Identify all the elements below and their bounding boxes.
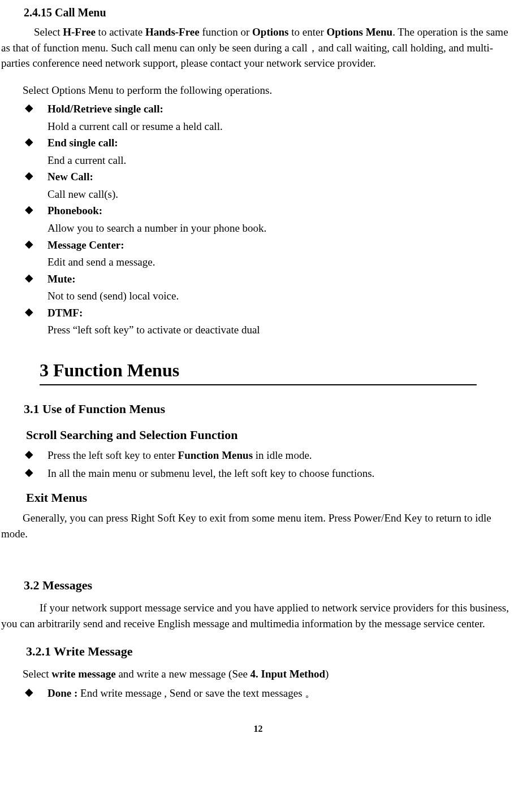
heading-2-4-15: 2.4.15 Call Menu <box>24 5 514 21</box>
diamond-icon: ◆ <box>25 170 33 181</box>
item-term: New Call: <box>47 169 514 185</box>
item-term: DTMF: <box>47 305 514 321</box>
write-message-list: ◆ Done : End write message , Send or sav… <box>23 685 514 701</box>
item-desc: End write message , Send or save the tex… <box>77 687 316 699</box>
list-item: ◆ In all the main menu or submenu level,… <box>23 466 514 481</box>
heading-3-2: 3.2 Messages <box>24 576 514 594</box>
diamond-icon: ◆ <box>25 306 33 317</box>
diamond-icon: ◆ <box>25 204 33 215</box>
heading-3: 3 Function Menus <box>40 357 514 383</box>
text: in idle mode. <box>253 449 312 461</box>
diamond-icon: ◆ <box>25 687 33 697</box>
item-term: End single call: <box>47 135 514 151</box>
item-term: Message Center: <box>47 237 514 253</box>
bold-function-menus: Function Menus <box>178 449 253 461</box>
item-term: Done : <box>47 687 77 699</box>
heading-3-2-1: 3.2.1 Write Message <box>26 642 514 661</box>
text: and write a new message (See <box>116 668 250 680</box>
text: Press the left soft key to enter <box>47 449 178 461</box>
item-desc: Call new call(s). <box>47 186 514 202</box>
item-desc: Hold a current call or resume a held cal… <box>47 119 514 134</box>
list-item: ◆ Done : End write message , Send or sav… <box>23 685 514 701</box>
text: In all the main menu or submenu level, t… <box>47 467 374 479</box>
para-write-message: Select write message and write a new mes… <box>23 666 514 682</box>
para-exit: Generally, you can press Right Soft Key … <box>1 510 514 541</box>
diamond-icon: ◆ <box>25 136 33 147</box>
diamond-icon: ◆ <box>25 102 33 113</box>
bold-write-message: write message <box>51 668 115 680</box>
heading-scroll: Scroll Searching and Selection Function <box>26 426 514 444</box>
heading-3-1: 3.1 Use of Function Menus <box>24 400 514 418</box>
item-desc: Allow you to search a number in your pho… <box>47 220 514 236</box>
diamond-icon: ◆ <box>25 238 33 249</box>
bold-input-method: 4. Input Method <box>250 668 326 680</box>
item-desc: Edit and send a message. <box>47 254 514 270</box>
item-term: Phonebook: <box>47 203 514 219</box>
para-messages: If your network support message service … <box>1 600 514 631</box>
diamond-icon: ◆ <box>25 467 33 477</box>
heading-3-underline <box>40 384 477 385</box>
scroll-list: ◆ Press the left soft key to enter Funct… <box>23 448 514 481</box>
item-desc: Press “left soft key” to activate or dea… <box>47 322 514 338</box>
para-call-menu: Select H-Free to activate Hands-Free fun… <box>1 24 514 71</box>
item-term: Mute: <box>47 271 514 287</box>
list-item: ◆ Message Center: Edit and send a messag… <box>23 237 514 270</box>
list-item: ◆ Phonebook: Allow you to search a numbe… <box>23 203 514 236</box>
bold-options-menu: Options Menu <box>327 26 393 38</box>
text: function or <box>200 26 252 38</box>
para-options-intro: Select Options Menu to perform the follo… <box>23 82 514 98</box>
heading-exit: Exit Menus <box>26 489 514 507</box>
diamond-icon: ◆ <box>25 449 33 459</box>
list-item: ◆ Hold/Retrieve single call: Hold a curr… <box>23 101 514 134</box>
list-item: ◆ Mute: Not to send (send) local voice. <box>23 271 514 304</box>
bold-hfree: H-Free <box>63 26 96 38</box>
call-menu-options-list: ◆ Hold/Retrieve single call: Hold a curr… <box>23 101 514 338</box>
list-item: ◆ End single call: End a current call. <box>23 135 514 168</box>
diamond-icon: ◆ <box>25 272 33 283</box>
text: to activate <box>96 26 145 38</box>
item-desc: Not to send (send) local voice. <box>47 288 514 304</box>
list-item: ◆ DTMF: Press “left soft key” to activat… <box>23 305 514 338</box>
text: to enter <box>289 26 327 38</box>
list-item: ◆ New Call: Call new call(s). <box>23 169 514 202</box>
text: Select <box>34 26 63 38</box>
list-item: ◆ Press the left soft key to enter Funct… <box>23 448 514 463</box>
page-number: 12 <box>1 722 514 735</box>
item-desc: End a current call. <box>47 153 514 168</box>
text: Select <box>23 668 51 680</box>
text: ) <box>325 668 329 680</box>
item-term: Hold/Retrieve single call: <box>47 101 514 117</box>
bold-options: Options <box>252 26 288 38</box>
bold-handsfree: Hands-Free <box>145 26 200 38</box>
